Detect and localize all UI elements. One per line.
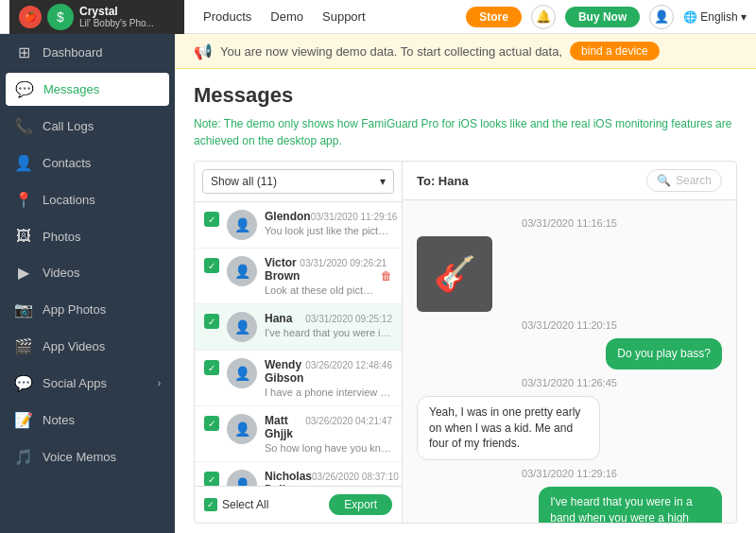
sidebar-item-notes[interactable]: 📝 Notes xyxy=(0,402,175,438)
language-selector[interactable]: 🌐 English ▾ xyxy=(683,10,747,24)
msg-info: Matt Ghjjk 03/26/2020 04:21:47 So how lo… xyxy=(265,414,392,454)
chat-recipient: To: Hana xyxy=(417,174,469,188)
search-box[interactable]: 🔍 Search xyxy=(646,169,722,192)
avatar: 👤 xyxy=(227,210,257,240)
sidebar-item-messages[interactable]: 💬 Messages xyxy=(6,73,169,106)
delete-icon[interactable]: 🗑 xyxy=(381,269,392,283)
list-item[interactable]: ✓ 👤 Matt Ghjjk 03/26/2020 04:21:47 So ho… xyxy=(195,406,402,462)
buynow-button[interactable]: Buy Now xyxy=(565,7,640,27)
sidebar-item-call-logs[interactable]: 📞 Call Logs xyxy=(0,108,175,145)
check-icon: ✓ xyxy=(204,360,219,375)
chat-header: To: Hana 🔍 Search xyxy=(403,162,736,200)
filter-select[interactable]: Show all (11) ▾ xyxy=(202,169,394,194)
nav-right: Store 🔔 Buy Now 👤 🌐 English ▾ xyxy=(466,5,747,29)
list-item[interactable]: ✓ 👤 Glendon 03/31/2020 11:29:16 You look… xyxy=(195,202,402,249)
sidebar-label-videos: Videos xyxy=(43,266,161,280)
avatar: 👤 xyxy=(227,256,257,286)
user-icon[interactable]: 👤 xyxy=(649,5,674,29)
msg-header: Victor Brown 03/31/2020 09:26:21 xyxy=(265,256,373,283)
videos-icon: ▶ xyxy=(14,264,33,282)
list-item[interactable]: ✓ 👤 Hana 03/31/2020 09:25:12 I've heard … xyxy=(195,304,402,351)
msg-header: Glendon 03/31/2020 11:29:16 xyxy=(265,210,392,223)
msg-date: 03/31/2020 11:29:16 xyxy=(311,212,398,222)
msg-preview: Look at these old pictures! xyxy=(265,284,373,296)
image-message: 🎸 xyxy=(417,236,492,312)
avatar: 👤 xyxy=(227,414,257,444)
brand-logo: $ xyxy=(47,4,74,30)
sidebar-item-social-apps[interactable]: 💬 Social Apps › xyxy=(0,365,175,402)
messages-icon: 💬 xyxy=(15,80,34,98)
brand-text: Crystal Lil' Bobby's Pho... xyxy=(79,5,154,28)
contact-name: Wendy Gibson xyxy=(265,358,305,385)
date-separator: 03/31/2020 11:16:15 xyxy=(417,217,722,229)
contact-name: Matt Ghjjk xyxy=(265,414,305,440)
sidebar-item-videos[interactable]: ▶ Videos xyxy=(0,254,175,291)
contact-name: Hana xyxy=(265,312,292,325)
note-content: The demo only shows how FamiGuard Pro fo… xyxy=(194,117,731,147)
socialapps-icon: 💬 xyxy=(14,374,33,392)
chat-area: To: Hana 🔍 Search 03/31/2020 11:16:15 🎸 xyxy=(403,162,736,523)
sidebar-label-dashboard: Dashboard xyxy=(43,45,161,60)
sidebar-label-messages: Messages xyxy=(43,82,160,96)
msg-date: 03/26/2020 12:48:46 xyxy=(305,360,392,370)
sidebar-item-dashboard[interactable]: ⊞ Dashboard xyxy=(0,34,175,71)
sidebar-label-voicememos: Voice Memos xyxy=(43,450,161,464)
sidebar-item-app-photos[interactable]: 📷 App Photos xyxy=(0,291,175,328)
select-all-label[interactable]: ✓ Select All xyxy=(204,498,268,511)
list-item[interactable]: ✓ 👤 Wendy Gibson 03/26/2020 12:48:46 I h… xyxy=(195,351,402,406)
msg-preview: I have a phone interview for a job in an… xyxy=(265,387,392,398)
socialapps-arrow-icon: › xyxy=(158,378,161,388)
bubble-sent: Do you play bass? xyxy=(606,338,722,370)
avatar: 👤 xyxy=(227,470,257,486)
list-item[interactable]: ✓ 👤 Victor Brown 03/31/2020 09:26:21 Loo… xyxy=(195,249,402,304)
search-icon: 🔍 xyxy=(657,174,671,187)
list-item[interactable]: ✓ 👤 Nicholas Dell... 03/26/2020 08:37:10… xyxy=(195,462,402,486)
globe-icon: 🌐 xyxy=(683,10,697,24)
brand-sub: Lil' Bobby's Pho... xyxy=(79,18,154,28)
main-layout: ⊞ Dashboard 💬 Messages 📞 Call Logs 👤 Con… xyxy=(0,34,756,533)
contact-name: Glendon xyxy=(265,210,311,223)
sidebar-label-calllogs: Call Logs xyxy=(43,119,161,133)
sidebar-label-appvideos: App Videos xyxy=(43,339,161,353)
appphotos-icon: 📷 xyxy=(14,301,33,318)
msg-info: Glendon 03/31/2020 11:29:16 You look jus… xyxy=(265,210,392,236)
msg-date: 03/31/2020 09:26:21 xyxy=(300,258,387,268)
sidebar-label-notes: Notes xyxy=(43,413,161,427)
note-text: Note: The demo only shows how FamiGuard … xyxy=(194,115,737,149)
sidebar-item-photos[interactable]: 🖼 Photos xyxy=(0,218,175,254)
chat-message: 🎸 xyxy=(417,236,722,312)
dashboard-icon: ⊞ xyxy=(14,43,33,61)
notification-icon[interactable]: 🔔 xyxy=(531,5,556,29)
msg-info: Wendy Gibson 03/26/2020 12:48:46 I have … xyxy=(265,358,392,398)
export-button[interactable]: Export xyxy=(329,494,392,515)
bubble-received: Yeah, I was in one pretty early on when … xyxy=(417,396,600,460)
sidebar-item-locations[interactable]: 📍 Locations xyxy=(0,181,175,218)
msg-bottom-bar: ✓ Select All Export xyxy=(195,486,402,523)
nav-support[interactable]: Support xyxy=(322,9,366,24)
msg-header: Hana 03/31/2020 09:25:12 xyxy=(265,312,392,325)
messages-page: Messages Note: The demo only shows how F… xyxy=(175,69,756,533)
avatar: 👤 xyxy=(227,358,257,388)
nav-links: Products Demo Support xyxy=(203,9,447,24)
nav-demo[interactable]: Demo xyxy=(270,9,303,24)
note-prefix: Note: xyxy=(194,117,224,130)
select-all-checkbox[interactable]: ✓ xyxy=(204,498,217,511)
page-title: Messages xyxy=(194,83,737,108)
bubble-sent: I've heard that you were in a band when … xyxy=(539,487,722,523)
select-all-text: Select All xyxy=(222,498,268,511)
msg-preview: So how long have you known Jimmy... xyxy=(265,442,392,454)
sidebar: ⊞ Dashboard 💬 Messages 📞 Call Logs 👤 Con… xyxy=(0,34,175,533)
store-button[interactable]: Store xyxy=(466,7,522,27)
sidebar-item-app-videos[interactable]: 🎬 App Videos xyxy=(0,328,175,365)
chat-messages: 03/31/2020 11:16:15 🎸 03/31/2020 11:20:1… xyxy=(403,200,736,523)
sidebar-label-appphotos: App Photos xyxy=(43,302,161,317)
message-list: Show all (11) ▾ ✓ 👤 Glendon 03/31/2020 1 xyxy=(195,162,403,523)
sidebar-item-contacts[interactable]: 👤 Contacts xyxy=(0,145,175,181)
nav-products[interactable]: Products xyxy=(203,9,251,24)
sidebar-item-voice-memos[interactable]: 🎵 Voice Memos xyxy=(0,438,175,475)
filter-area: Show all (11) ▾ xyxy=(195,162,402,202)
bind-device-button[interactable]: bind a device xyxy=(570,42,660,60)
msg-info: Hana 03/31/2020 09:25:12 I've heard that… xyxy=(265,312,392,338)
msg-date: 03/26/2020 08:37:10 xyxy=(312,472,399,482)
check-icon: ✓ xyxy=(204,314,219,329)
